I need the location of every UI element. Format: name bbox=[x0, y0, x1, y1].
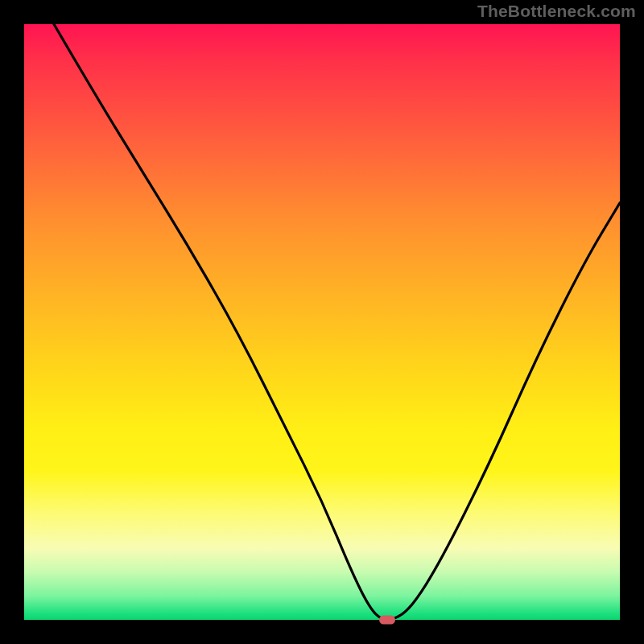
plot-area bbox=[24, 24, 620, 620]
bottleneck-curve bbox=[24, 24, 620, 620]
optimal-point-marker bbox=[379, 616, 395, 625]
chart-frame: TheBottleneck.com bbox=[0, 0, 644, 644]
watermark-text: TheBottleneck.com bbox=[477, 2, 636, 21]
